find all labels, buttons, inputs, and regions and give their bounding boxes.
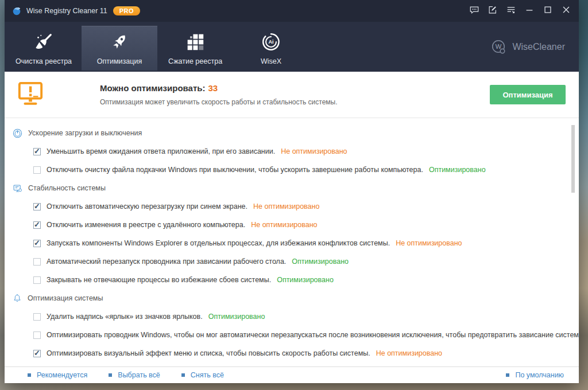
tab-registry-compact[interactable]: Сжатие реестра <box>157 26 233 71</box>
svg-text:W: W <box>496 43 502 50</box>
optimization-item: Оптимизировать проводник Windows, чтобы … <box>5 326 579 344</box>
item-label: Отключить автоматическую перезагрузку пр… <box>47 202 247 210</box>
scrollbar-thumb[interactable] <box>571 125 575 193</box>
optimization-item: Оптимизировать визуальный эффект меню и … <box>5 344 579 362</box>
summary-header: Можно оптимизировать:33 Оптимизация може… <box>5 72 579 118</box>
brand-label: WiseCleaner <box>512 42 565 52</box>
item-label: Уменьшить время ожидания ответа приложен… <box>47 147 275 155</box>
item-checkbox[interactable] <box>33 166 41 174</box>
item-status: Не оптимизировано <box>281 147 347 155</box>
bullet-icon <box>28 373 31 377</box>
titlebar-buttons <box>465 3 575 19</box>
titlebar: Wise Registry Cleaner 11 PRO <box>5 0 579 22</box>
power-icon <box>13 128 22 138</box>
minimize-button[interactable] <box>520 3 539 19</box>
warning-monitor-icon <box>17 80 44 110</box>
section-title: Ускорение загрузки и выключения <box>28 129 142 137</box>
item-checkbox[interactable] <box>33 350 41 357</box>
link-label: Рекомендуется <box>37 371 87 379</box>
footer-bar: РекомендуетсяВыбрать всёСнять всёПо умол… <box>5 366 579 383</box>
maximize-icon <box>543 5 553 17</box>
close-icon <box>561 5 571 17</box>
feedback-button[interactable] <box>465 3 483 19</box>
item-label: Закрывать не отвечающие процессы во избе… <box>47 276 271 284</box>
summary-title: Можно оптимизировать:33 <box>100 83 338 93</box>
bell-icon <box>13 294 22 303</box>
optimize-button[interactable]: Оптимизация <box>490 85 566 104</box>
compact-icon <box>186 31 204 53</box>
item-status: Оптимизировано <box>292 258 349 266</box>
item-label: Запускать компоненты Windows Explorer в … <box>47 239 390 247</box>
wisecleaner-logo-icon: W <box>490 39 506 55</box>
optimizable-count: 33 <box>208 83 218 93</box>
app-title: Wise Registry Cleaner 11 <box>26 7 107 15</box>
deselect-all-link[interactable]: Снять всё <box>181 371 224 379</box>
bullet-icon <box>506 373 509 377</box>
defaults-link[interactable]: По умолчанию <box>506 371 564 379</box>
item-checkbox[interactable] <box>33 332 41 339</box>
register-button[interactable] <box>483 3 502 19</box>
item-checkbox[interactable] <box>33 276 41 284</box>
optimization-item: Отключить автоматическую перезагрузку пр… <box>5 197 579 216</box>
item-checkbox[interactable] <box>33 203 41 210</box>
item-status: Оптимизировано <box>208 313 265 321</box>
tab-label: Сжатие реестра <box>168 57 222 65</box>
link-label: По умолчанию <box>515 371 564 379</box>
item-status: Не оптимизировано <box>251 221 317 229</box>
item-status: Не оптимизировано <box>376 349 442 357</box>
svg-text:Ai: Ai <box>269 39 274 45</box>
bullet-icon <box>181 373 185 377</box>
item-status: Оптимизировано <box>277 276 334 284</box>
nav-bar: Очистка реестраОптимизацияСжатие реестра… <box>5 22 579 72</box>
section-header: Стабильность системы <box>5 179 579 197</box>
item-label: Отключить изменения в реестре с удалённо… <box>47 221 245 229</box>
summary-text: Можно оптимизировать:33 Оптимизация може… <box>100 83 338 106</box>
item-checkbox[interactable] <box>33 240 41 247</box>
item-status: Не оптимизировано <box>253 202 319 210</box>
item-label: Автоматический перезапуск проводника при… <box>47 258 286 266</box>
item-label: Удалить надпись «ярлык» из значков ярлык… <box>47 313 203 321</box>
feedback-icon <box>469 5 479 17</box>
item-status: Оптимизировано <box>429 166 486 174</box>
menu-icon <box>506 5 516 17</box>
optimization-item: Отключить очистку файла подкачки Windows… <box>5 161 579 179</box>
item-checkbox[interactable] <box>33 258 41 266</box>
item-label: Отключить очистку файла подкачки Windows… <box>47 166 423 174</box>
optimization-item: Закрывать не отвечающие процессы во избе… <box>5 271 579 289</box>
link-label: Снять всё <box>191 371 224 379</box>
pro-badge: PRO <box>113 6 140 15</box>
maximize-button[interactable] <box>539 3 557 19</box>
tab-label: Оптимизация <box>97 57 142 65</box>
optimization-item: Удалить надпись «ярлык» из значков ярлык… <box>5 307 579 326</box>
stability-icon <box>13 184 22 193</box>
section-header: Оптимизация системы <box>5 289 579 307</box>
optimization-item: Автоматический перезапуск проводника при… <box>5 252 579 271</box>
item-checkbox[interactable] <box>33 148 41 155</box>
close-button[interactable] <box>557 3 575 19</box>
register-icon <box>488 5 498 17</box>
tab-label: Очистка реестра <box>16 57 72 65</box>
app-icon <box>11 6 22 16</box>
optimization-list: Ускорение загрузки и выключенияУменьшить… <box>5 118 579 366</box>
menu-button[interactable] <box>502 3 520 19</box>
broom-icon <box>34 31 53 53</box>
optimization-item: Отключить изменения в реестре с удалённо… <box>5 216 579 234</box>
select-all-link[interactable]: Выбрать всё <box>109 371 160 379</box>
optimization-item: Уменьшить время ожидания ответа приложен… <box>5 142 579 161</box>
item-status: Не оптимизировано <box>396 239 462 247</box>
link-label: Выбрать всё <box>118 371 160 379</box>
item-checkbox[interactable] <box>33 313 41 321</box>
item-checkbox[interactable] <box>33 221 41 229</box>
tab-wisex[interactable]: AiWiseX <box>233 26 309 71</box>
recommended-link[interactable]: Рекомендуется <box>28 371 87 379</box>
tab-optimization[interactable]: Оптимизация <box>82 26 157 71</box>
section-title: Оптимизация системы <box>28 294 103 302</box>
summary-subtitle: Оптимизация может увеличить скорость раб… <box>100 98 338 106</box>
tab-label: WiseX <box>261 57 281 65</box>
bullet-icon <box>109 373 112 377</box>
brand-logo: W WiseCleaner <box>490 22 565 72</box>
tab-registry-cleanup[interactable]: Очистка реестра <box>6 26 82 71</box>
wisex-icon: Ai <box>261 31 281 53</box>
minimize-icon <box>524 5 535 17</box>
app-window: Wise Registry Cleaner 11 PRO Очистка рее… <box>5 0 579 383</box>
